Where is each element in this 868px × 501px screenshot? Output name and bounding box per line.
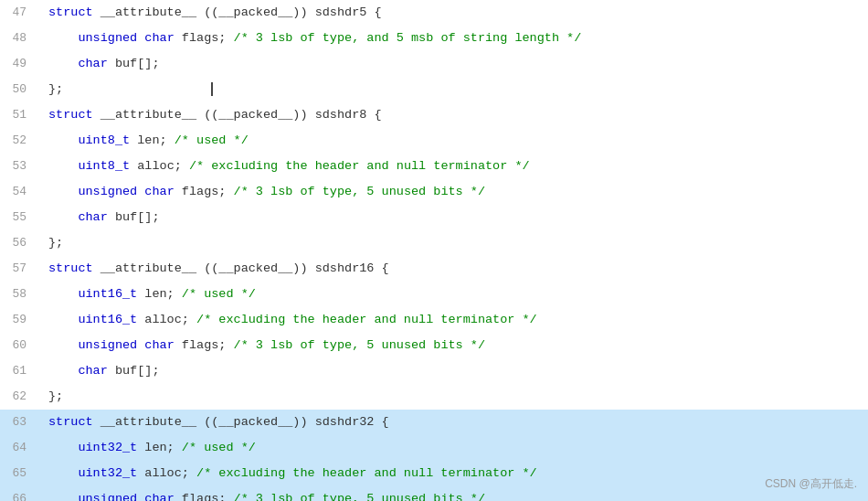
line-content: }; [41,77,868,102]
code-row: 63struct __attribute__ ((__packed__)) sd… [0,410,868,435]
code-row: 48 unsigned char flags; /* 3 lsb of type… [0,26,868,51]
line-content: }; [41,384,868,410]
code-row: 53 uint8_t alloc; /* excluding the heade… [0,154,868,179]
line-number: 48 [0,26,41,51]
line-number: 58 [0,282,41,307]
line-number: 52 [0,128,41,154]
line-content: uint8_t len; /* used */ [41,128,868,154]
line-content: struct __attribute__ ((__packed__)) sdsh… [41,410,868,435]
code-row: 56}; [0,230,868,256]
line-content: uint8_t alloc; /* excluding the header a… [41,154,868,179]
code-row: 66 unsigned char flags; /* 3 lsb of type… [0,486,868,501]
code-table: 47struct __attribute__ ((__packed__)) sd… [0,0,868,501]
line-content: uint32_t len; /* used */ [41,435,868,461]
code-row: 61 char buf[]; [0,358,868,384]
code-row: 49 char buf[]; [0,51,868,77]
line-number: 59 [0,307,41,333]
code-row: 59 uint16_t alloc; /* excluding the head… [0,307,868,333]
text-cursor [211,82,213,96]
code-row: 47struct __attribute__ ((__packed__)) sd… [0,0,868,26]
line-number: 50 [0,77,41,102]
line-number: 53 [0,154,41,179]
code-row: 52 uint8_t len; /* used */ [0,128,868,154]
line-number: 66 [0,486,41,501]
line-number: 47 [0,0,41,26]
line-number: 56 [0,230,41,256]
code-row: 55 char buf[]; [0,205,868,230]
code-row: 64 uint32_t len; /* used */ [0,435,868,461]
code-row: 65 uint32_t alloc; /* excluding the head… [0,461,868,486]
line-number: 62 [0,384,41,410]
code-row: 62}; [0,384,868,410]
line-number: 55 [0,205,41,230]
code-row: 51struct __attribute__ ((__packed__)) sd… [0,102,868,128]
line-content: unsigned char flags; /* 3 lsb of type, a… [41,26,868,51]
line-content: uint16_t len; /* used */ [41,282,868,307]
line-content: unsigned char flags; /* 3 lsb of type, 5… [41,333,868,358]
line-number: 65 [0,461,41,486]
code-row: 58 uint16_t len; /* used */ [0,282,868,307]
line-content: struct __attribute__ ((__packed__)) sdsh… [41,0,868,26]
line-content: }; [41,230,868,256]
line-number: 64 [0,435,41,461]
line-number: 61 [0,358,41,384]
line-content: unsigned char flags; /* 3 lsb of type, 5… [41,179,868,205]
code-row: 54 unsigned char flags; /* 3 lsb of type… [0,179,868,205]
line-content: char buf[]; [41,358,868,384]
line-content: unsigned char flags; /* 3 lsb of type, 5… [41,486,868,501]
code-row: 60 unsigned char flags; /* 3 lsb of type… [0,333,868,358]
line-content: char buf[]; [41,51,868,77]
code-row: 50}; [0,77,868,102]
watermark: CSDN @高开低走. [765,476,857,492]
line-content: struct __attribute__ ((__packed__)) sdsh… [41,102,868,128]
code-container: 47struct __attribute__ ((__packed__)) sd… [0,0,868,501]
line-number: 63 [0,410,41,435]
code-row: 57struct __attribute__ ((__packed__)) sd… [0,256,868,282]
line-content: struct __attribute__ ((__packed__)) sdsh… [41,256,868,282]
line-content: uint32_t alloc; /* excluding the header … [41,461,868,486]
line-number: 54 [0,179,41,205]
line-content: uint16_t alloc; /* excluding the header … [41,307,868,333]
line-content: char buf[]; [41,205,868,230]
line-number: 49 [0,51,41,77]
line-number: 51 [0,102,41,128]
line-number: 57 [0,256,41,282]
line-number: 60 [0,333,41,358]
